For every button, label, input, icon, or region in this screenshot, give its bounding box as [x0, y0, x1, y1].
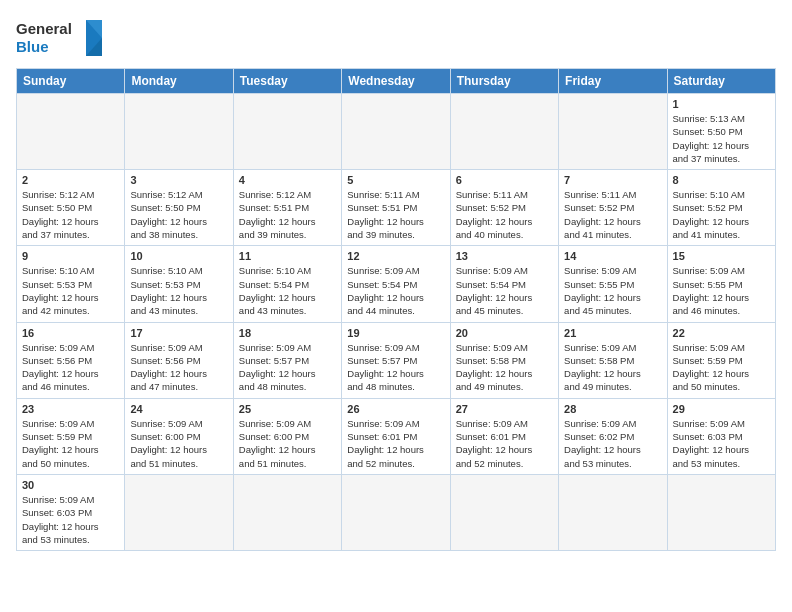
day-info: Sunrise: 5:10 AMSunset: 5:53 PMDaylight:…: [130, 264, 227, 317]
calendar-cell-27: 27Sunrise: 5:09 AMSunset: 6:01 PMDayligh…: [450, 398, 558, 474]
day-info: Sunrise: 5:13 AMSunset: 5:50 PMDaylight:…: [673, 112, 770, 165]
calendar-week-3: 9Sunrise: 5:10 AMSunset: 5:53 PMDaylight…: [17, 246, 776, 322]
calendar-cell-5: 5Sunrise: 5:11 AMSunset: 5:51 PMDaylight…: [342, 170, 450, 246]
day-info: Sunrise: 5:09 AMSunset: 5:56 PMDaylight:…: [22, 341, 119, 394]
day-info: Sunrise: 5:09 AMSunset: 5:55 PMDaylight:…: [673, 264, 770, 317]
calendar-cell-19: 19Sunrise: 5:09 AMSunset: 5:57 PMDayligh…: [342, 322, 450, 398]
calendar-cell-empty: [342, 94, 450, 170]
calendar-cell-2: 2Sunrise: 5:12 AMSunset: 5:50 PMDaylight…: [17, 170, 125, 246]
calendar-cell-empty: [233, 474, 341, 550]
calendar-cell-17: 17Sunrise: 5:09 AMSunset: 5:56 PMDayligh…: [125, 322, 233, 398]
calendar-cell-13: 13Sunrise: 5:09 AMSunset: 5:54 PMDayligh…: [450, 246, 558, 322]
day-info: Sunrise: 5:09 AMSunset: 5:58 PMDaylight:…: [564, 341, 661, 394]
calendar-cell-20: 20Sunrise: 5:09 AMSunset: 5:58 PMDayligh…: [450, 322, 558, 398]
calendar-cell-6: 6Sunrise: 5:11 AMSunset: 5:52 PMDaylight…: [450, 170, 558, 246]
day-number: 14: [564, 250, 661, 262]
calendar-cell-empty: [667, 474, 775, 550]
day-info: Sunrise: 5:09 AMSunset: 5:59 PMDaylight:…: [22, 417, 119, 470]
calendar-cell-22: 22Sunrise: 5:09 AMSunset: 5:59 PMDayligh…: [667, 322, 775, 398]
weekday-header-saturday: Saturday: [667, 69, 775, 94]
svg-text:General: General: [16, 20, 72, 37]
calendar-cell-empty: [559, 474, 667, 550]
calendar-cell-30: 30Sunrise: 5:09 AMSunset: 6:03 PMDayligh…: [17, 474, 125, 550]
day-info: Sunrise: 5:09 AMSunset: 5:59 PMDaylight:…: [673, 341, 770, 394]
calendar-week-4: 16Sunrise: 5:09 AMSunset: 5:56 PMDayligh…: [17, 322, 776, 398]
day-number: 24: [130, 403, 227, 415]
day-number: 6: [456, 174, 553, 186]
day-info: Sunrise: 5:09 AMSunset: 5:55 PMDaylight:…: [564, 264, 661, 317]
day-number: 8: [673, 174, 770, 186]
day-number: 7: [564, 174, 661, 186]
calendar-cell-empty: [17, 94, 125, 170]
weekday-header-monday: Monday: [125, 69, 233, 94]
day-number: 27: [456, 403, 553, 415]
day-info: Sunrise: 5:11 AMSunset: 5:52 PMDaylight:…: [564, 188, 661, 241]
calendar-cell-21: 21Sunrise: 5:09 AMSunset: 5:58 PMDayligh…: [559, 322, 667, 398]
day-info: Sunrise: 5:09 AMSunset: 5:54 PMDaylight:…: [347, 264, 444, 317]
weekday-header-wednesday: Wednesday: [342, 69, 450, 94]
day-number: 23: [22, 403, 119, 415]
weekday-header-sunday: Sunday: [17, 69, 125, 94]
calendar-cell-8: 8Sunrise: 5:10 AMSunset: 5:52 PMDaylight…: [667, 170, 775, 246]
calendar-table: SundayMondayTuesdayWednesdayThursdayFrid…: [16, 68, 776, 551]
calendar-cell-25: 25Sunrise: 5:09 AMSunset: 6:00 PMDayligh…: [233, 398, 341, 474]
day-number: 18: [239, 327, 336, 339]
day-number: 4: [239, 174, 336, 186]
day-info: Sunrise: 5:09 AMSunset: 6:03 PMDaylight:…: [673, 417, 770, 470]
calendar-cell-empty: [450, 474, 558, 550]
day-info: Sunrise: 5:09 AMSunset: 6:01 PMDaylight:…: [456, 417, 553, 470]
day-info: Sunrise: 5:09 AMSunset: 6:03 PMDaylight:…: [22, 493, 119, 546]
day-number: 1: [673, 98, 770, 110]
day-number: 20: [456, 327, 553, 339]
calendar-cell-empty: [559, 94, 667, 170]
weekday-header-row: SundayMondayTuesdayWednesdayThursdayFrid…: [17, 69, 776, 94]
day-number: 26: [347, 403, 444, 415]
weekday-header-friday: Friday: [559, 69, 667, 94]
calendar-cell-24: 24Sunrise: 5:09 AMSunset: 6:00 PMDayligh…: [125, 398, 233, 474]
day-info: Sunrise: 5:09 AMSunset: 6:00 PMDaylight:…: [130, 417, 227, 470]
day-info: Sunrise: 5:10 AMSunset: 5:53 PMDaylight:…: [22, 264, 119, 317]
day-number: 12: [347, 250, 444, 262]
calendar-week-5: 23Sunrise: 5:09 AMSunset: 5:59 PMDayligh…: [17, 398, 776, 474]
calendar-cell-15: 15Sunrise: 5:09 AMSunset: 5:55 PMDayligh…: [667, 246, 775, 322]
calendar-cell-10: 10Sunrise: 5:10 AMSunset: 5:53 PMDayligh…: [125, 246, 233, 322]
calendar-cell-empty: [125, 94, 233, 170]
day-number: 10: [130, 250, 227, 262]
day-info: Sunrise: 5:12 AMSunset: 5:51 PMDaylight:…: [239, 188, 336, 241]
day-number: 16: [22, 327, 119, 339]
day-number: 19: [347, 327, 444, 339]
logo: General Blue: [16, 16, 106, 60]
day-info: Sunrise: 5:09 AMSunset: 5:58 PMDaylight:…: [456, 341, 553, 394]
day-number: 9: [22, 250, 119, 262]
calendar-cell-3: 3Sunrise: 5:12 AMSunset: 5:50 PMDaylight…: [125, 170, 233, 246]
day-info: Sunrise: 5:11 AMSunset: 5:52 PMDaylight:…: [456, 188, 553, 241]
day-info: Sunrise: 5:09 AMSunset: 5:57 PMDaylight:…: [347, 341, 444, 394]
day-number: 2: [22, 174, 119, 186]
day-info: Sunrise: 5:12 AMSunset: 5:50 PMDaylight:…: [130, 188, 227, 241]
day-number: 25: [239, 403, 336, 415]
day-info: Sunrise: 5:11 AMSunset: 5:51 PMDaylight:…: [347, 188, 444, 241]
day-info: Sunrise: 5:09 AMSunset: 5:56 PMDaylight:…: [130, 341, 227, 394]
day-number: 29: [673, 403, 770, 415]
day-number: 5: [347, 174, 444, 186]
calendar-week-2: 2Sunrise: 5:12 AMSunset: 5:50 PMDaylight…: [17, 170, 776, 246]
weekday-header-thursday: Thursday: [450, 69, 558, 94]
day-number: 13: [456, 250, 553, 262]
calendar-cell-empty: [233, 94, 341, 170]
day-info: Sunrise: 5:09 AMSunset: 6:01 PMDaylight:…: [347, 417, 444, 470]
day-info: Sunrise: 5:09 AMSunset: 6:00 PMDaylight:…: [239, 417, 336, 470]
calendar-cell-16: 16Sunrise: 5:09 AMSunset: 5:56 PMDayligh…: [17, 322, 125, 398]
day-number: 17: [130, 327, 227, 339]
calendar-cell-empty: [125, 474, 233, 550]
calendar-cell-11: 11Sunrise: 5:10 AMSunset: 5:54 PMDayligh…: [233, 246, 341, 322]
calendar-cell-18: 18Sunrise: 5:09 AMSunset: 5:57 PMDayligh…: [233, 322, 341, 398]
calendar-cell-7: 7Sunrise: 5:11 AMSunset: 5:52 PMDaylight…: [559, 170, 667, 246]
calendar-cell-28: 28Sunrise: 5:09 AMSunset: 6:02 PMDayligh…: [559, 398, 667, 474]
day-info: Sunrise: 5:12 AMSunset: 5:50 PMDaylight:…: [22, 188, 119, 241]
day-number: 3: [130, 174, 227, 186]
day-number: 15: [673, 250, 770, 262]
calendar-cell-1: 1Sunrise: 5:13 AMSunset: 5:50 PMDaylight…: [667, 94, 775, 170]
calendar-header: SundayMondayTuesdayWednesdayThursdayFrid…: [17, 69, 776, 94]
calendar-cell-12: 12Sunrise: 5:09 AMSunset: 5:54 PMDayligh…: [342, 246, 450, 322]
weekday-header-tuesday: Tuesday: [233, 69, 341, 94]
